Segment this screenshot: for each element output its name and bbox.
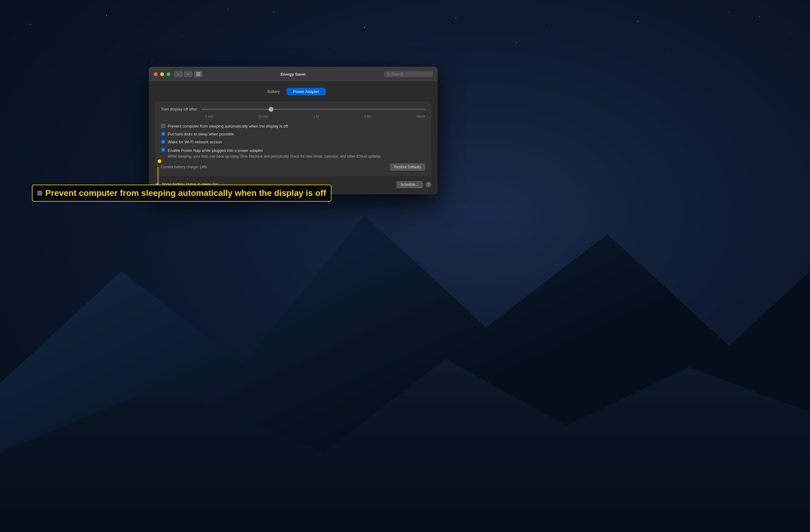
options-list: Prevent computer from sleeping automatic… [161, 122, 425, 160]
checkbox-wake-wifi[interactable] [161, 140, 165, 144]
option-power-nap: Enable Power Nap while plugged into a po… [161, 146, 425, 160]
slider-thumb[interactable] [269, 107, 273, 112]
tab-bar: Battery Power Adapter [155, 88, 432, 95]
svg-rect-22 [199, 74, 200, 75]
option-wake-wifi: Wake for Wi-Fi network access [161, 138, 425, 146]
traffic-lights [154, 72, 171, 76]
back-icon: ‹ [178, 72, 179, 76]
callout-text: Prevent computer from sleeping automatic… [45, 188, 326, 198]
prevent-sleep-label: Prevent computer from sleeping automatic… [168, 123, 288, 129]
svg-point-10 [61, 45, 61, 46]
svg-point-12 [228, 9, 228, 10]
settings-panel: Turn display off after: 1 min 15 min 1 h… [155, 101, 432, 176]
search-placeholder: Search [392, 72, 403, 76]
svg-rect-24 [198, 75, 199, 76]
svg-rect-18 [198, 72, 199, 73]
mark-15min: 15 min [258, 115, 268, 118]
svg-point-8 [729, 12, 729, 13]
checkbox-prevent-sleep[interactable] [161, 124, 165, 128]
mark-never: Never [417, 115, 425, 118]
btn-group-right: Schedule... ? [396, 181, 432, 188]
minimize-button[interactable] [160, 72, 164, 76]
pointer-dot [158, 160, 161, 163]
restore-defaults-button[interactable]: Restore Defaults [390, 163, 425, 171]
bottom-row: Current battery charge: 14% Restore Defa… [161, 163, 425, 171]
grid-button[interactable] [194, 71, 202, 77]
svg-line-27 [389, 75, 390, 76]
callout-annotation: Prevent computer from sleeping automatic… [32, 185, 331, 202]
svg-point-0 [30, 24, 31, 24]
nav-buttons: ‹ › [174, 71, 192, 77]
svg-point-1 [106, 15, 107, 16]
power-nap-subtext: While sleeping, your Mac can back up usi… [168, 154, 381, 159]
hard-disks-label: Put hard disks to sleep when possible [168, 132, 234, 137]
svg-rect-23 [197, 75, 197, 76]
checkbox-hard-disks[interactable] [161, 132, 165, 136]
svg-point-26 [387, 73, 389, 75]
display-sleep-slider-row: Turn display off after: [161, 107, 425, 112]
svg-point-7 [638, 21, 638, 21]
forward-icon: › [188, 72, 189, 76]
schedule-button[interactable]: Schedule... [396, 181, 423, 188]
back-button[interactable]: ‹ [174, 71, 183, 77]
wake-wifi-label: Wake for Wi-Fi network access [168, 139, 222, 145]
forward-button[interactable]: › [184, 71, 192, 77]
mark-1min: 1 min [205, 115, 213, 118]
grid-icon [196, 72, 200, 76]
callout-checkbox-icon [37, 191, 42, 196]
svg-point-4 [364, 27, 365, 28]
tab-battery[interactable]: Battery [261, 88, 287, 95]
checkbox-power-nap[interactable] [161, 148, 165, 152]
power-nap-content: Enable Power Nap while plugged into a po… [168, 148, 381, 159]
svg-point-14 [516, 42, 517, 43]
slider-label: Turn display off after: [161, 107, 198, 112]
energy-saver-window: ‹ › Energy Saver [149, 67, 438, 194]
battery-info: Current battery charge: 14% [161, 165, 207, 169]
svg-rect-25 [199, 75, 200, 76]
slider-track[interactable] [201, 109, 425, 110]
option-hard-disks: Put hard disks to sleep when possible [161, 130, 425, 138]
window-title: Energy Saver [280, 72, 306, 77]
svg-point-6 [547, 30, 547, 31]
svg-point-13 [334, 48, 335, 49]
search-box[interactable]: Search [384, 71, 433, 77]
content-area: Battery Power Adapter Turn display off a… [149, 82, 438, 194]
svg-point-2 [182, 36, 183, 37]
titlebar: ‹ › Energy Saver [149, 67, 438, 82]
help-button[interactable]: ? [425, 182, 432, 188]
tab-power-adapter[interactable]: Power Adapter [287, 88, 326, 95]
svg-point-5 [455, 18, 456, 18]
slider-marks: 1 min 15 min 1 hr 3 hrs Never [205, 113, 425, 118]
svg-rect-19 [199, 72, 200, 73]
search-icon [387, 72, 390, 76]
close-button[interactable] [154, 72, 158, 76]
mark-1hr: 1 hr [313, 115, 319, 118]
mark-3hrs: 3 hrs [364, 115, 371, 118]
option-prevent-sleep: Prevent computer from sleeping automatic… [161, 122, 425, 130]
svg-point-16 [759, 16, 760, 17]
maximize-button[interactable] [166, 72, 171, 76]
svg-point-15 [668, 54, 668, 55]
svg-rect-20 [197, 74, 197, 75]
svg-point-9 [790, 33, 790, 34]
svg-point-3 [273, 12, 274, 13]
svg-rect-21 [198, 74, 199, 75]
svg-rect-17 [197, 72, 197, 73]
svg-point-11 [151, 61, 152, 61]
power-nap-label: Enable Power Nap while plugged into a po… [168, 148, 263, 153]
